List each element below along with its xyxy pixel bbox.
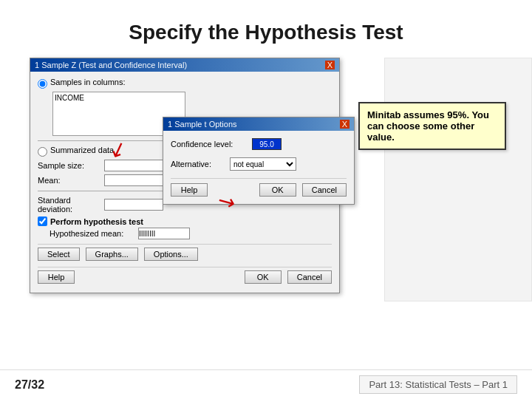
- help-button[interactable]: Help: [38, 270, 75, 284]
- options-dialog-close[interactable]: X: [340, 120, 349, 129]
- left-buttons: Select Graphs... Options...: [38, 248, 198, 261]
- columns-value: INCOME: [55, 94, 84, 102]
- std-dev-input[interactable]: [104, 199, 163, 211]
- main-dialog-buttons-2: Help OK Cancel: [38, 267, 332, 287]
- hypo-mean-input[interactable]: [138, 228, 190, 239]
- options-ok-cancel: OK Cancel: [259, 183, 347, 197]
- perform-hyp-label: Perform hypothesis test: [50, 217, 143, 226]
- options-cancel-button[interactable]: Cancel: [302, 183, 347, 197]
- options-dialog-titlebar: 1 Sample t Options X: [163, 117, 354, 131]
- confidence-row: Confidence level:: [171, 138, 347, 150]
- options-dialog-title: 1 Sample t Options: [168, 120, 237, 129]
- options-dialog: 1 Sample t Options X Confidence level: A…: [163, 117, 355, 205]
- cancel-button[interactable]: Cancel: [287, 270, 332, 284]
- radio-samples-label: Samples in columns:: [50, 78, 126, 86]
- ok-button[interactable]: OK: [245, 270, 282, 284]
- options-button[interactable]: Options...: [144, 248, 198, 261]
- main-dialog-close[interactable]: X: [325, 61, 335, 69]
- radio-samples[interactable]: [38, 79, 47, 89]
- mean-input[interactable]: [104, 174, 163, 186]
- tooltip-text: Minitab assumes 95%. You can choose some…: [367, 109, 489, 143]
- slide-number: 27/32: [15, 378, 44, 392]
- hypo-mean-label: Hypothesized mean:: [50, 229, 138, 238]
- mean-label: Mean:: [38, 176, 104, 185]
- perform-hyp-row: Perform hypothesis test: [38, 216, 332, 226]
- select-button[interactable]: Select: [38, 248, 80, 261]
- options-dialog-buttons: Help OK Cancel: [171, 178, 347, 197]
- course-label: Part 13: Statistical Tests – Part 1: [359, 375, 517, 394]
- main-dialog-buttons: Select Graphs... Options...: [38, 244, 332, 264]
- options-ok-button[interactable]: OK: [259, 183, 296, 197]
- right-decorative-area: [384, 58, 532, 301]
- alternative-label: Alternative:: [171, 160, 230, 168]
- options-dialog-body: Confidence level: Alternative: not equal…: [163, 131, 354, 204]
- ok-cancel-buttons: OK Cancel: [245, 270, 332, 284]
- main-dialog-titlebar: 1 Sample Z (Test and Confidence Interval…: [30, 58, 339, 72]
- alternative-select[interactable]: not equal less than greater than: [230, 157, 296, 171]
- radio-summarized-label: Summarized data: [50, 146, 114, 154]
- footer: 27/32 Part 13: Statistical Tests – Part …: [0, 369, 532, 399]
- perform-hyp-checkbox[interactable]: [38, 216, 47, 226]
- content-area: 1 Sample Z (Test and Confidence Interval…: [0, 58, 532, 346]
- main-dialog-title: 1 Sample Z (Test and Confidence Interval…: [35, 61, 187, 69]
- hypo-mean-row: Hypothesized mean:: [50, 228, 332, 239]
- std-dev-label: Standard deviation:: [38, 196, 104, 214]
- graphs-button[interactable]: Graphs...: [86, 248, 138, 261]
- radio-samples-row: Samples in columns:: [38, 78, 332, 89]
- radio-summarized[interactable]: [38, 147, 47, 157]
- alternative-row: Alternative: not equal less than greater…: [171, 157, 347, 171]
- options-help-button[interactable]: Help: [171, 183, 208, 197]
- confidence-label: Confidence level:: [171, 140, 252, 149]
- page-title: Specify the Hypothesis Test: [0, 0, 532, 58]
- tooltip-box: Minitab assumes 95%. You can choose some…: [358, 102, 506, 150]
- confidence-input[interactable]: [252, 138, 282, 150]
- sample-size-label: Sample size:: [38, 161, 104, 170]
